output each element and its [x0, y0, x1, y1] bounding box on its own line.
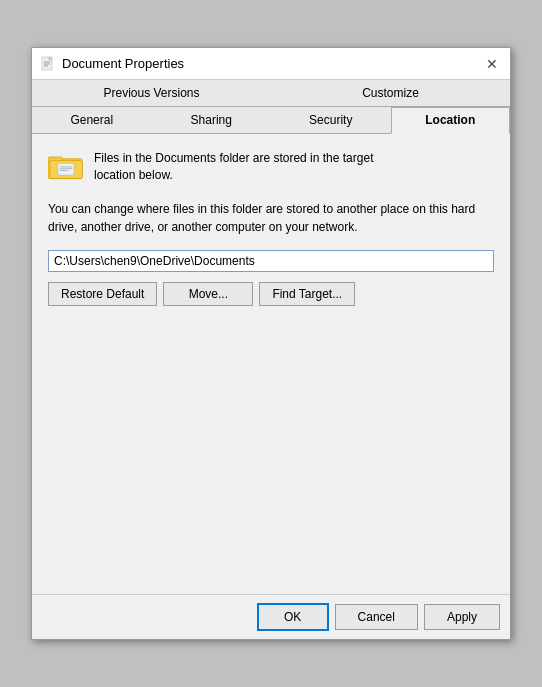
- info-section: Files in the Documents folder are stored…: [48, 150, 494, 184]
- title-bar: Document Properties ✕: [32, 48, 510, 80]
- tab-customize[interactable]: Customize: [271, 80, 510, 106]
- action-buttons: Restore Default Move... Find Target...: [48, 282, 494, 306]
- dialog-title: Document Properties: [62, 56, 184, 71]
- svg-rect-8: [58, 163, 74, 175]
- find-target-button[interactable]: Find Target...: [259, 282, 355, 306]
- apply-button[interactable]: Apply: [424, 604, 500, 630]
- cancel-button[interactable]: Cancel: [335, 604, 418, 630]
- dialog-window: Document Properties ✕ Previous Versions …: [31, 47, 511, 640]
- tab-previous-versions[interactable]: Previous Versions: [32, 80, 271, 106]
- path-input[interactable]: [48, 250, 494, 272]
- title-bar-left: Document Properties: [40, 56, 184, 72]
- description-text: You can change where files in this folde…: [48, 200, 494, 236]
- tab-security[interactable]: Security: [271, 107, 391, 133]
- tab-row-2: General Sharing Security Location: [32, 107, 510, 134]
- tab-location[interactable]: Location: [391, 107, 511, 134]
- ok-button[interactable]: OK: [257, 603, 329, 631]
- tab-row-1: Previous Versions Customize: [32, 80, 510, 107]
- info-description: Files in the Documents folder are stored…: [94, 150, 373, 184]
- tab-general[interactable]: General: [32, 107, 152, 133]
- close-button[interactable]: ✕: [482, 54, 502, 74]
- info-text-line1: Files in the Documents folder are stored…: [94, 151, 373, 165]
- info-text-line2: location below.: [94, 168, 173, 182]
- move-button[interactable]: Move...: [163, 282, 253, 306]
- restore-default-button[interactable]: Restore Default: [48, 282, 157, 306]
- tab-sharing[interactable]: Sharing: [152, 107, 272, 133]
- folder-icon: [48, 150, 84, 182]
- bottom-bar: OK Cancel Apply: [32, 594, 510, 639]
- title-document-icon: [40, 56, 56, 72]
- content-area: Files in the Documents folder are stored…: [32, 134, 510, 594]
